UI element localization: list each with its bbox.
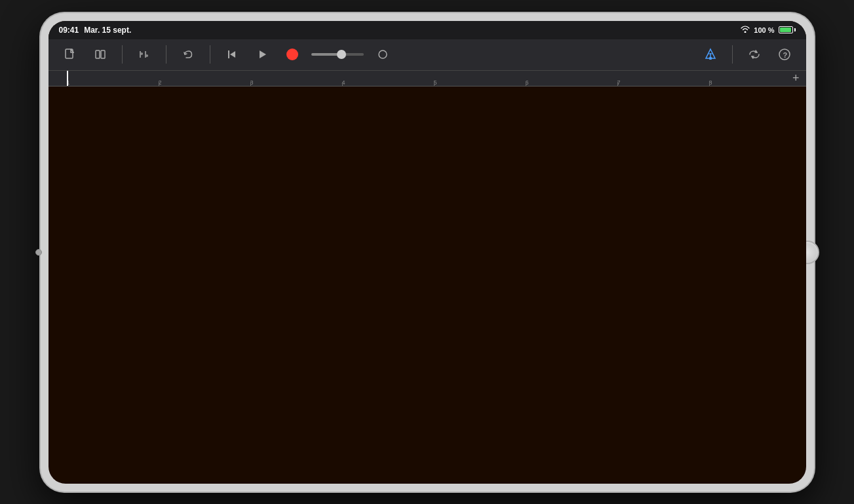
volume-knob[interactable] xyxy=(337,50,346,59)
play-button[interactable] xyxy=(251,43,273,66)
toolbar: ? xyxy=(49,39,806,71)
battery-icon xyxy=(779,26,796,33)
timeline-ruler: 1 2 3 4 5 6 7 8 + xyxy=(49,71,806,87)
separator-1 xyxy=(122,45,123,64)
status-date: Mar. 15 sept. xyxy=(84,26,131,35)
skip-start-button[interactable] xyxy=(221,43,243,66)
ruler-mark-4: 4 xyxy=(342,79,434,86)
loops-button[interactable] xyxy=(743,43,766,66)
status-left: 09:41 Mar. 15 sept. xyxy=(59,26,132,35)
wifi-icon xyxy=(741,26,750,34)
svg-text:?: ? xyxy=(783,51,787,59)
help-button[interactable]: ? xyxy=(773,43,796,66)
ruler-marks: 1 2 3 4 5 6 7 8 xyxy=(54,71,801,86)
separator-2 xyxy=(166,45,166,64)
speaker-button[interactable] xyxy=(372,43,394,66)
ruler-mark-5: 5 xyxy=(434,79,526,86)
separator-3 xyxy=(210,45,210,64)
svg-point-9 xyxy=(379,50,387,58)
side-button[interactable] xyxy=(35,249,42,256)
svg-point-8 xyxy=(146,54,148,57)
ruler-mark-2: 2 xyxy=(159,79,250,86)
tracks-view-button[interactable] xyxy=(89,43,111,66)
add-track-button[interactable]: + xyxy=(792,71,800,85)
undo-button[interactable] xyxy=(177,43,199,66)
ipad-frame: 09:41 Mar. 15 sept. 100 % xyxy=(41,13,814,492)
metronome-button[interactable] xyxy=(699,43,722,66)
status-right: 100 % xyxy=(741,26,795,34)
volume-slider[interactable] xyxy=(311,53,364,56)
svg-rect-13 xyxy=(709,57,712,60)
ruler-mark-7: 7 xyxy=(617,79,709,86)
svg-point-5 xyxy=(140,52,143,55)
svg-rect-1 xyxy=(96,50,100,58)
record-button[interactable] xyxy=(281,43,303,66)
record-indicator xyxy=(286,48,298,60)
ruler-mark-3: 3 xyxy=(250,79,342,86)
mixer-button[interactable] xyxy=(133,43,155,66)
ruler-mark-6: 6 xyxy=(526,79,617,86)
status-bar: 09:41 Mar. 15 sept. 100 % xyxy=(49,21,806,39)
playhead xyxy=(67,71,68,86)
status-time: 09:41 xyxy=(59,26,79,35)
ipad-screen: 09:41 Mar. 15 sept. 100 % xyxy=(49,21,806,484)
new-song-button[interactable] xyxy=(59,43,81,66)
ruler-mark-8: 8 xyxy=(709,79,801,86)
ruler-mark-1: 1 xyxy=(67,79,159,86)
svg-rect-2 xyxy=(101,50,105,58)
battery-percentage: 100 % xyxy=(754,26,774,34)
separator-4 xyxy=(732,45,733,64)
